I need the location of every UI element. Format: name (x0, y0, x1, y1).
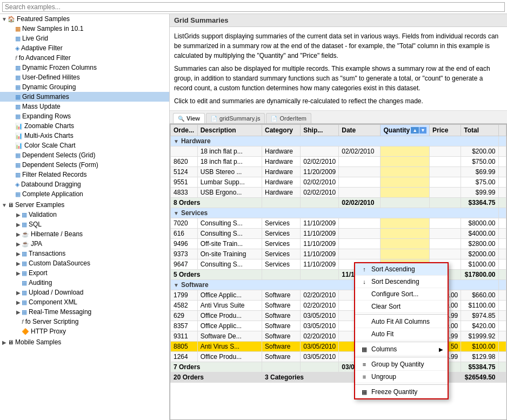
sidebar-item-hibernate[interactable]: ▶ ☕ Hibernate / Beans (0, 229, 169, 239)
sidebar-item-grid-summaries[interactable]: ▶ ▦ Grid Summaries (0, 92, 169, 102)
sidebar-item-dep-selects-grid[interactable]: ▶ ▦ Dependent Selects (Grid) (0, 150, 169, 160)
menu-item-auto-fit-all[interactable]: Auto Fit All Columns (355, 316, 448, 328)
cell-desc[interactable]: Office Applic... (197, 290, 262, 301)
sidebar-item-dynamic-grouping[interactable]: ▶ ▦ Dynamic Grouping (0, 82, 169, 92)
cell-desc[interactable]: Consulting S... (197, 218, 262, 229)
col-header-price[interactable]: Price (430, 125, 461, 136)
cell-desc[interactable]: On-site Training (197, 249, 262, 259)
sidebar-section-server[interactable]: ▼ 🖥 Server Examples (0, 200, 169, 210)
cell-desc[interactable]: Off-site Train... (197, 239, 262, 249)
group-header-hardware[interactable]: ▼Hardware (171, 136, 506, 146)
sidebar-item-dynamic-frozen[interactable]: ▶ ▦ Dynamic Frozen Columns (0, 63, 169, 72)
sidebar-item-auditing[interactable]: ▶ ▦ Auditing (0, 278, 169, 288)
table-row[interactable]: 9496 Off-site Train... Services 11/10/20… (171, 239, 506, 249)
table-row[interactable]: 9373 On-site Training Services 11/10/200… (171, 249, 506, 259)
menu-item-sort-desc[interactable]: ↓ Sort Descending (355, 276, 448, 288)
menu-item-ungroup[interactable]: ≡ Ungroup (355, 371, 448, 383)
tab-gridsummaryjs[interactable]: 📄 gridSummary.js (206, 113, 265, 123)
sidebar-item-server-scripting[interactable]: ▶ f fo Server Scripting (0, 317, 169, 326)
table-row[interactable]: 8357 Office Applic... Software 03/05/201… (171, 321, 506, 331)
sidebar-item-upload-download[interactable]: ▶ ▦ Upload / Download (0, 288, 169, 297)
grid-container[interactable]: Orde... Description Category Ship... Dat… (170, 124, 506, 419)
col-header-desc[interactable]: Description (197, 125, 262, 136)
col-header-cat[interactable]: Category (262, 125, 300, 136)
tab-view[interactable]: 🔍 View (173, 113, 205, 123)
cell-desc[interactable]: 18 inch flat p... (197, 157, 262, 167)
cell-desc[interactable]: Software De... (197, 331, 262, 342)
sidebar-item-adaptive-filter[interactable]: ▶ ◈ Adaptive Filter (0, 43, 169, 53)
menu-item-group-by-qty[interactable]: ≡ Group by Quantity (355, 358, 448, 371)
table-row[interactable]: 1264 Office Produ... Software 03/05/2010… (171, 352, 506, 362)
menu-item-sort-asc[interactable]: ↑ Sort Ascending (355, 263, 448, 276)
sidebar-item-multi-axis[interactable]: ▶ 📊 Multi-Axis Charts (0, 131, 169, 141)
sidebar-item-user-hilites[interactable]: ▶ ▦ User-Defined Hilites (0, 72, 169, 82)
sidebar-item-filter-related[interactable]: ▶ ▦ Filter Related Records (0, 170, 169, 179)
table-row[interactable]: 629 Office Produ... Software 03/05/2010 … (171, 311, 506, 321)
cell-desc[interactable]: Anti Virus S... (197, 342, 262, 352)
sidebar-item-live-grid[interactable]: ▶ ▦ Live Grid (0, 34, 169, 43)
sidebar-item-dep-selects-form[interactable]: ▶ ▦ Dependent Selects (Form) (0, 160, 169, 170)
sidebar-item-http-proxy[interactable]: ▶ 🔶 HTTP Proxy (0, 326, 169, 336)
menu-item-columns[interactable]: ▦ Columns ▶ (355, 343, 448, 356)
sidebar-item-advanced-filter[interactable]: ▶ f fo Advanced Filter (0, 53, 169, 63)
menu-item-clear-sort[interactable]: Clear Sort (355, 301, 448, 313)
sidebar-item-complete-app[interactable]: ▶ ▦ Complete Application (0, 189, 169, 199)
expander-featured[interactable]: ▼ (1, 16, 8, 22)
sidebar-item-color-scale[interactable]: ▶ 📊 Color Scale Chart (0, 141, 169, 150)
col-header-ship[interactable]: Ship... (301, 125, 339, 136)
expander-server[interactable]: ▼ (1, 202, 8, 208)
table-row-highlighted[interactable]: 8805 Anti Virus S... Software 03/05/2010… (171, 342, 506, 352)
cell-desc[interactable]: Consulting S... (197, 259, 262, 270)
col-header-total[interactable]: Total (461, 125, 498, 136)
sidebar-item-mass-update[interactable]: ▶ ▦ Mass Update (0, 102, 169, 111)
cell-desc[interactable]: USB Ergono... (197, 188, 262, 198)
menu-item-configure-sort[interactable]: Configure Sort... (355, 288, 448, 301)
sidebar-item-expanding-rows[interactable]: ▶ ▦ Expanding Rows (0, 111, 169, 121)
sidebar-item-jpa[interactable]: ▶ ☕ JPA (0, 239, 169, 249)
sidebar-item-validation[interactable]: ▶ ▦ Validation (0, 210, 169, 219)
cell-desc[interactable]: Consulting S... (197, 229, 262, 239)
table-row[interactable]: 18 inch flat p... Hardware 02/02/2010 $2… (171, 146, 506, 157)
table-row[interactable]: 8620 18 inch flat p... Hardware 02/02/20… (171, 157, 506, 167)
cell-desc[interactable]: Lumbar Supp... (197, 177, 262, 188)
table-row[interactable]: 616 Consulting S... Services 11/10/2009 … (171, 229, 506, 239)
sidebar-item-transactions[interactable]: ▶ ▦ Transactions (0, 249, 169, 258)
qty-dropdown-btn[interactable]: ▼ (419, 127, 426, 134)
sidebar-section-mobile[interactable]: ▶ 🖥 Mobile Samples (0, 337, 169, 347)
cell-desc[interactable]: Anti Virus Suite (197, 301, 262, 311)
menu-item-auto-fit[interactable]: Auto Fit (355, 328, 448, 341)
col-header-date[interactable]: Date (339, 125, 381, 136)
table-row[interactable]: 5124 USB Stereo ... Hardware 11/20/2009 … (171, 167, 506, 177)
group-header-software[interactable]: ▼Software (171, 280, 506, 290)
sidebar-item-custom-ds[interactable]: ▶ ▦ Custom DataSources (0, 258, 169, 268)
sidebar-section-featured[interactable]: ▼ 🏠 Featured Samples (0, 14, 169, 24)
table-row[interactable]: 1799 Office Applic... Software 02/20/201… (171, 290, 506, 301)
menu-item-freeze-qty[interactable]: ▦ Freeze Quantity (355, 386, 448, 398)
group-expander-software[interactable]: ▼ (174, 282, 179, 288)
table-row[interactable]: 9311 Software De... Software 02/20/2010 … (171, 331, 506, 342)
table-row[interactable]: 4833 USB Ergono... Hardware 02/02/2010 $… (171, 188, 506, 198)
qty-sort-asc-btn[interactable]: ▲ (411, 127, 419, 134)
table-row[interactable]: 9647 Consulting S... Services 11/10/2009… (171, 259, 506, 270)
cell-desc[interactable]: Office Produ... (197, 311, 262, 321)
col-header-qty[interactable]: Quantity ▲ ▼ (381, 125, 430, 136)
sidebar-item-new-samples[interactable]: ▶ ▦ New Samples in 10.1 (0, 24, 169, 34)
tab-orderitem[interactable]: 📄 OrderItem (266, 113, 311, 123)
expander-mobile[interactable]: ▶ (1, 339, 8, 345)
group-expander-hardware[interactable]: ▼ (174, 138, 179, 144)
table-row[interactable]: 9551 Lumbar Supp... Hardware 02/02/2010 … (171, 177, 506, 188)
cell-desc[interactable]: 18 inch flat p... (197, 146, 262, 157)
cell-desc[interactable]: Office Produ... (197, 352, 262, 362)
col-header-order[interactable]: Orde... (171, 125, 198, 136)
sidebar-item-export[interactable]: ▶ ▦ Export (0, 268, 169, 278)
sidebar-item-zoomable-charts[interactable]: ▶ 📊 Zoomable Charts (0, 121, 169, 131)
sidebar-item-sql[interactable]: ▶ ▦ SQL (0, 219, 169, 229)
cell-desc[interactable]: USB Stereo ... (197, 167, 262, 177)
group-header-services[interactable]: ▼Services (171, 208, 506, 218)
table-row[interactable]: 4582 Anti Virus Suite Software 02/20/201… (171, 301, 506, 311)
sidebar-item-databound-drag[interactable]: ▶ ◈ Databound Dragging (0, 179, 169, 189)
sidebar-item-component-xml[interactable]: ▶ ▦ Component XML (0, 297, 169, 307)
search-input[interactable] (2, 2, 505, 12)
table-row[interactable]: 7020 Consulting S... Services 11/10/2009… (171, 218, 506, 229)
cell-desc[interactable]: Office Applic... (197, 321, 262, 331)
